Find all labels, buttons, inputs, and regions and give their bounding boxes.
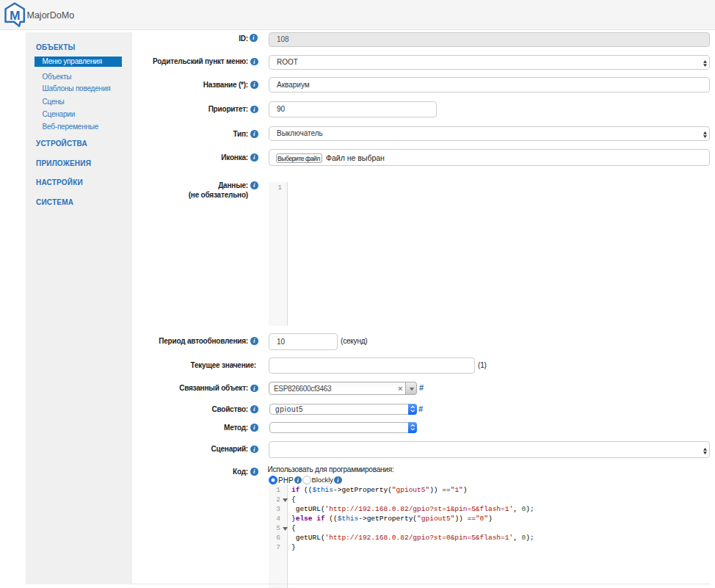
- svg-text:M: M: [10, 9, 21, 22]
